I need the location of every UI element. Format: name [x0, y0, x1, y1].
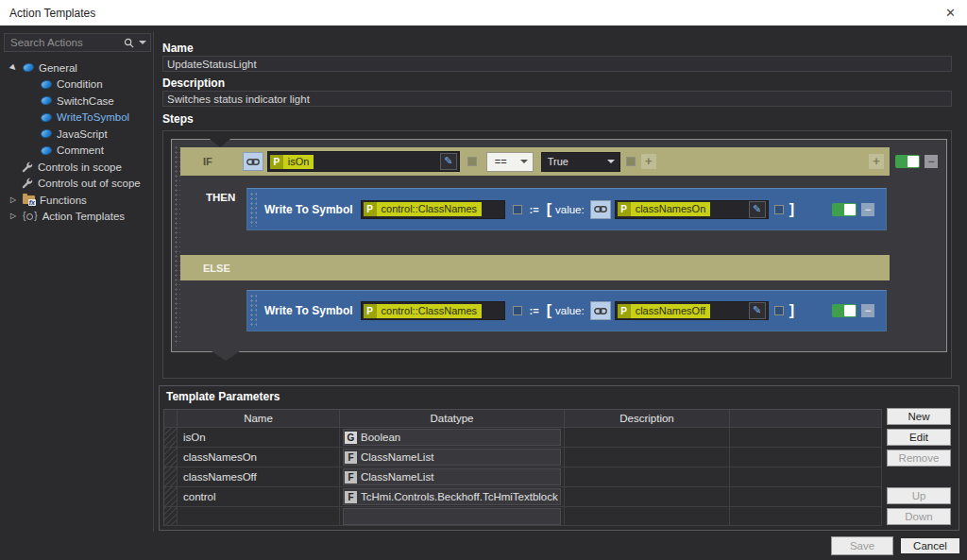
step-action-label: Write To Symbol — [264, 203, 353, 216]
step-enabled-toggle[interactable] — [832, 304, 857, 317]
cancel-button[interactable]: Cancel — [899, 536, 961, 555]
search-input[interactable] — [8, 36, 121, 49]
step-enabled-toggle[interactable] — [832, 203, 857, 216]
up-button[interactable]: Up — [887, 487, 951, 504]
param-name-cell[interactable] — [178, 507, 340, 526]
down-button[interactable]: Down — [887, 508, 951, 525]
edit-icon[interactable]: ✎ — [749, 302, 766, 319]
add-condition-group-button[interactable]: + — [869, 154, 884, 169]
param-name-cell[interactable]: classNamesOn — [178, 448, 340, 467]
save-button[interactable]: Save — [831, 536, 893, 555]
param-description-cell[interactable] — [565, 487, 730, 507]
checkbox[interactable] — [513, 205, 522, 214]
compare-value-select[interactable]: True — [541, 152, 620, 172]
param-name-cell[interactable]: isOn — [178, 428, 340, 448]
link-symbol-button[interactable] — [590, 200, 611, 219]
column-header-datatype: Datatype — [340, 410, 565, 428]
param-datatype-cell[interactable]: F ClassNameList — [340, 448, 565, 467]
tree-item-controls-in-scope[interactable]: Controls in scope — [4, 159, 153, 176]
search-box[interactable] — [4, 33, 151, 52]
tree-item-condition[interactable]: Condition — [4, 76, 153, 93]
tree-item-functions[interactable]: ▷ fx Functions — [4, 192, 153, 209]
edit-icon[interactable]: ✎ — [749, 201, 766, 218]
close-icon[interactable]: ✕ — [945, 6, 956, 20]
param-description-cell[interactable] — [565, 507, 730, 526]
parameter-badge: P classNamesOff — [618, 304, 710, 318]
param-name-cell[interactable]: classNamesOff — [178, 467, 340, 487]
expander-closed-icon[interactable]: ▷ — [8, 195, 18, 205]
parameter-badge: P control::ClassNames — [364, 202, 482, 216]
param-description-cell[interactable] — [565, 448, 730, 467]
param-datatype-cell[interactable]: F ClassNameList — [340, 467, 565, 487]
search-icon[interactable] — [124, 38, 134, 48]
row-selector[interactable] — [164, 467, 178, 487]
checkbox[interactable] — [626, 157, 636, 166]
then-step-row: Write To Symbol P control::ClassNames :=… — [246, 188, 887, 230]
action-icon — [40, 79, 53, 90]
datatype-text: ClassNameList — [361, 471, 433, 483]
tree-item-controls-out-of-scope[interactable]: Controls out of scope — [4, 176, 153, 193]
parameter-type-letter: P — [618, 304, 631, 318]
param-datatype-cell[interactable] — [340, 507, 565, 526]
if-enabled-toggle[interactable] — [895, 155, 920, 168]
tree-item-comment[interactable]: Comment — [4, 143, 153, 160]
add-condition-button[interactable]: + — [641, 154, 656, 169]
steps-canvas: IF P isOn ✎ == — [162, 130, 952, 379]
parameter-name: control::ClassNames — [377, 202, 482, 216]
remove-button[interactable]: Remove — [887, 450, 951, 467]
tree-item-action-templates[interactable]: ▷ Action Templates — [4, 209, 153, 226]
link-symbol-button[interactable] — [243, 152, 263, 171]
parameter-name: classNamesOn — [631, 202, 711, 216]
block-drag-handle[interactable] — [174, 145, 180, 346]
datatype-text: ClassNameList — [361, 451, 433, 463]
step-drag-handle[interactable] — [249, 192, 257, 227]
description-label: Description — [162, 76, 225, 90]
target-symbol-input[interactable]: P control::ClassNames — [361, 200, 505, 219]
checkbox[interactable] — [467, 157, 477, 166]
action-icon — [40, 145, 53, 156]
else-keyword: ELSE — [203, 263, 230, 274]
remove-if-button[interactable]: − — [925, 155, 938, 168]
tree-item-label: Action Templates — [42, 211, 125, 222]
operator-select[interactable]: == — [486, 152, 534, 172]
tree-item-general[interactable]: ▶ General — [4, 59, 153, 76]
tree-item-javascript[interactable]: JavaScript — [4, 126, 153, 143]
edit-button[interactable]: Edit — [887, 429, 951, 446]
tree-item-writetosymbol[interactable]: WriteToSymbol — [4, 110, 153, 127]
param-name-cell[interactable]: control — [178, 487, 340, 507]
param-datatype-cell[interactable]: F TcHmi.Controls.Beckhoff.TcHmiTextblock — [340, 487, 565, 507]
tree-item-label: Comment — [57, 144, 104, 156]
row-selector[interactable] — [164, 507, 178, 526]
value-symbol-input[interactable]: P classNamesOff ✎ — [615, 301, 769, 320]
else-bar: ELSE — [180, 255, 890, 280]
row-selector[interactable] — [164, 487, 178, 507]
open-bracket: [ — [547, 202, 551, 217]
value-symbol-input[interactable]: P classNamesOn ✎ — [615, 200, 769, 219]
datatype-badge: G — [345, 432, 357, 444]
checkbox[interactable] — [513, 306, 522, 315]
name-label: Name — [162, 42, 194, 55]
row-selector[interactable] — [164, 448, 178, 467]
action-templates-icon — [23, 212, 38, 221]
remove-step-button[interactable]: − — [861, 203, 874, 216]
name-input[interactable] — [162, 56, 952, 72]
search-options-caret-icon[interactable] — [139, 41, 146, 44]
new-button[interactable]: New — [887, 408, 951, 425]
step-drag-handle[interactable] — [249, 294, 257, 328]
expander-open-icon[interactable]: ▶ — [7, 61, 20, 75]
link-symbol-button[interactable] — [590, 301, 611, 320]
param-datatype-cell[interactable]: G Boolean — [340, 428, 565, 448]
target-symbol-input[interactable]: P control::ClassNames — [361, 301, 505, 320]
expander-closed-icon[interactable]: ▷ — [8, 212, 18, 221]
description-input[interactable] — [162, 91, 952, 107]
checkbox[interactable] — [774, 205, 784, 214]
param-description-cell[interactable] — [565, 428, 730, 448]
remove-step-button[interactable]: − — [861, 304, 874, 317]
row-selector[interactable] — [164, 428, 178, 448]
operator-value: == — [495, 156, 507, 167]
param-description-cell[interactable] — [565, 467, 730, 487]
tree-item-switchcase[interactable]: SwitchCase — [4, 93, 153, 110]
checkbox[interactable] — [774, 306, 784, 315]
edit-icon[interactable]: ✎ — [440, 153, 457, 170]
condition-symbol-input[interactable]: P isOn ✎ — [267, 151, 460, 172]
